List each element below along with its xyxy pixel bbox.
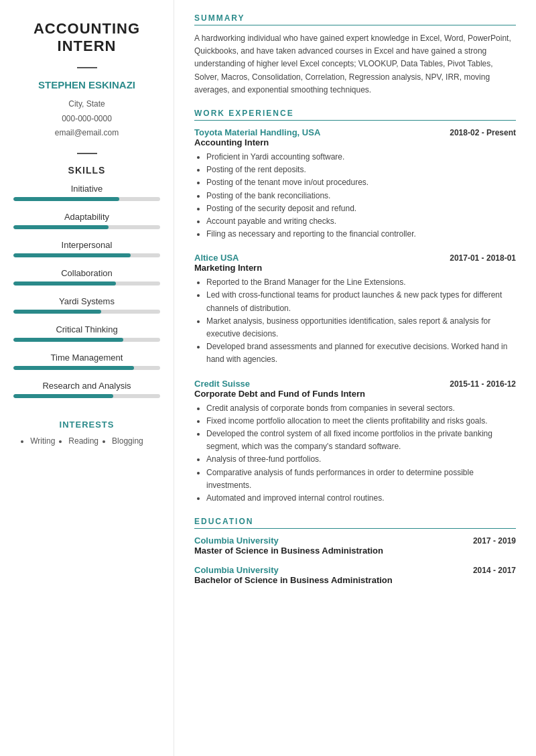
company-name: Altice USA	[194, 253, 239, 263]
skill-label: Time Management	[13, 353, 160, 363]
job-dates: 2018-02 - Present	[450, 128, 516, 137]
job-bullets: Credit analysis of corporate bonds from …	[194, 402, 516, 505]
summary-text: A hardworking individual who have gained…	[194, 32, 516, 97]
skill-item: Research and Analysis	[13, 381, 160, 398]
skill-bar-fill	[13, 253, 131, 257]
job-bullet: Posting of the tenant move in/out proced…	[206, 176, 516, 189]
interest-item: Blogging	[112, 436, 143, 446]
skill-label: Research and Analysis	[13, 381, 160, 391]
job-title: Accounting Intern	[194, 137, 516, 147]
skill-bar-bg	[13, 338, 160, 342]
job-title: Marketing Intern	[194, 263, 516, 273]
skill-bar-bg	[13, 253, 160, 257]
interest-item: Writing	[30, 436, 55, 446]
job-bullet: Developed the control system of all fixe…	[206, 428, 516, 453]
job-bullet: Automated and improved internal control …	[206, 492, 516, 505]
edu-institution: Columbia University	[194, 565, 279, 575]
skill-bar-fill	[13, 225, 109, 229]
edu-degree: Bachelor of Science in Business Administ…	[194, 575, 516, 585]
skill-bar-bg	[13, 197, 160, 201]
edu-header: Columbia University 2017 - 2019	[194, 536, 516, 546]
skill-label: Yardi Systems	[13, 296, 160, 306]
skill-bar-bg	[13, 366, 160, 370]
job-bullet: Posting of the rent deposits.	[206, 164, 516, 176]
skill-bar-bg	[13, 281, 160, 286]
job-entry: Toyota Material Handling, USA 2018-02 - …	[194, 127, 516, 241]
skill-bar-fill	[13, 338, 123, 342]
job-entry: Credit Suisse 2015-11 - 2016-12 Corporat…	[194, 379, 516, 505]
job-bullet: Comparative analysis of funds performanc…	[206, 466, 516, 492]
sidebar: ACCOUNTING INTERN STEPHEN ESKINAZI City,…	[0, 0, 174, 756]
job-dates: 2017-01 - 2018-01	[450, 253, 516, 263]
interests-section: INTERESTS WritingReadingBlogging	[13, 420, 160, 446]
job-bullet: Market analysis, business opportunities …	[206, 315, 516, 340]
job-bullets: Reported to the Brand Manager for the Li…	[194, 276, 516, 366]
skill-bar-bg	[13, 394, 160, 398]
skill-bar-bg	[13, 225, 160, 229]
job-title: Corporate Debt and Fund of Funds Intern	[194, 389, 516, 399]
jobs-list: Toyota Material Handling, USA 2018-02 - …	[194, 127, 516, 505]
edu-dates: 2017 - 2019	[473, 536, 516, 546]
skill-item: Adaptability	[13, 212, 160, 229]
skill-bar-fill	[13, 394, 113, 398]
summary-title: SUMMARY	[194, 13, 516, 25]
job-bullet: Filing as necessary and reporting to the…	[206, 228, 516, 241]
sidebar-divider-2	[77, 153, 97, 154]
contact-info: City, State 000-000-0000 email@email.com	[55, 97, 119, 141]
job-bullet: Analysis of three-fund portfolios.	[206, 453, 516, 466]
job-bullet: Reported to the Brand Manager for the Li…	[206, 276, 516, 289]
job-bullets: Proficient in Yardi accounting software.…	[194, 151, 516, 241]
skill-bar-fill	[13, 310, 101, 314]
skill-item: Interpersonal	[13, 240, 160, 257]
work-section: WORK EXPERIENCE Toyota Material Handling…	[194, 109, 516, 505]
job-bullet: Credit analysis of corporate bonds from …	[206, 402, 516, 415]
edu-degree: Master of Science in Business Administra…	[194, 546, 516, 556]
job-bullet: Posting of the security deposit and refu…	[206, 202, 516, 215]
job-bullet: Proficient in Yardi accounting software.	[206, 151, 516, 164]
contact-email: email@email.com	[55, 126, 119, 141]
skill-label: Critical Thinking	[13, 324, 160, 334]
skill-item: Initiative	[13, 184, 160, 201]
skill-bar-fill	[13, 366, 134, 370]
job-bullet: Fixed income portfolio allocation to mee…	[206, 415, 516, 428]
education-list: Columbia University 2017 - 2019 Master o…	[194, 536, 516, 585]
interest-item: Reading	[68, 436, 98, 446]
education-title: EDUCATION	[194, 517, 516, 529]
interests-list: WritingReadingBlogging	[13, 436, 160, 446]
skill-item: Critical Thinking	[13, 324, 160, 342]
job-header: Credit Suisse 2015-11 - 2016-12	[194, 379, 516, 389]
education-section: EDUCATION Columbia University 2017 - 201…	[194, 517, 516, 585]
company-name: Credit Suisse	[194, 379, 250, 389]
work-title: WORK EXPERIENCE	[194, 109, 516, 121]
edu-dates: 2014 - 2017	[473, 566, 516, 575]
skill-label: Collaboration	[13, 268, 160, 278]
sidebar-divider-1	[77, 67, 97, 68]
edu-institution: Columbia University	[194, 536, 279, 546]
skills-list: Initiative Adaptability Interpersonal Co…	[13, 184, 160, 409]
skill-bar-fill	[13, 197, 119, 201]
skill-item: Collaboration	[13, 268, 160, 286]
edu-entry: Columbia University 2017 - 2019 Master o…	[194, 536, 516, 556]
job-bullet: Account payable and writing checks.	[206, 215, 516, 228]
resume-page: ACCOUNTING INTERN STEPHEN ESKINAZI City,…	[0, 0, 536, 756]
summary-section: SUMMARY A hardworking individual who hav…	[194, 13, 516, 97]
job-header: Toyota Material Handling, USA 2018-02 - …	[194, 127, 516, 137]
company-name: Toyota Material Handling, USA	[194, 127, 320, 137]
skill-item: Time Management	[13, 353, 160, 370]
skill-label: Adaptability	[13, 212, 160, 222]
job-header: Altice USA 2017-01 - 2018-01	[194, 253, 516, 263]
interests-title: INTERESTS	[13, 420, 160, 430]
skill-label: Initiative	[13, 184, 160, 194]
skill-bar-fill	[13, 281, 116, 286]
skill-item: Yardi Systems	[13, 296, 160, 314]
job-bullet: Developed brand assessments and planned …	[206, 340, 516, 366]
job-dates: 2015-11 - 2016-12	[450, 379, 516, 389]
skill-bar-bg	[13, 310, 160, 314]
job-bullet: Led with cross-functional teams for prod…	[206, 289, 516, 314]
skills-section-title: SKILLS	[68, 165, 106, 176]
job-bullet: Posting of the bank reconciliations.	[206, 190, 516, 202]
resume-title: ACCOUNTING INTERN	[13, 20, 160, 55]
edu-entry: Columbia University 2014 - 2017 Bachelor…	[194, 565, 516, 585]
edu-header: Columbia University 2014 - 2017	[194, 565, 516, 575]
candidate-name: STEPHEN ESKINAZI	[38, 79, 135, 90]
